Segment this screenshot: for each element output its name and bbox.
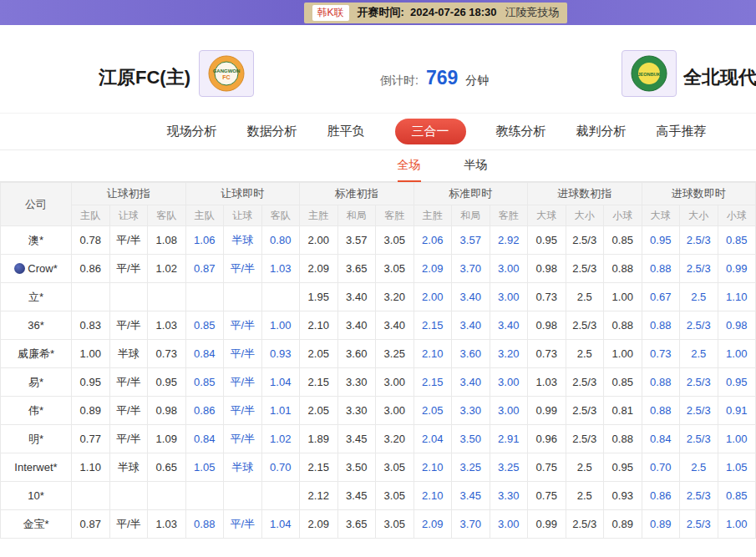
odds-cell: 平/半 [109,255,148,283]
odds-cell: 0.80 [261,226,300,255]
home-team-name: 江原FC(主) [99,65,190,90]
odds-cell: 1.04 [261,368,300,397]
odds-cell: 2.04 [414,425,452,453]
nav-item-0[interactable]: 现场分析 [167,124,217,139]
odds-cell: 半球 [224,226,262,255]
sub-header-2-0: 主胜 [300,205,338,226]
odds-cell: 3.65 [337,255,376,283]
odds-cell: 3.25 [490,453,528,482]
odds-cell: 平/半 [109,226,148,255]
odds-cell: 0.73 [528,283,566,311]
sub-header-1-1: 让球 [224,205,262,226]
group-header-3: 标准即时 [414,183,528,205]
table-row: 澳*0.78平/半1.081.06半球0.802.003.573.052.063… [1,226,756,255]
odds-cell: 3.25 [376,340,414,368]
odds-cell: 2.00 [414,283,452,311]
odds-cell: 0.70 [261,453,300,482]
company-cell[interactable]: 澳* [1,226,72,255]
odds-cell: 0.85 [604,226,642,255]
odds-cell: 0.85 [185,311,224,340]
countdown-label: 倒计时: [380,73,419,89]
company-cell[interactable]: 威廉希* [1,340,72,368]
odds-cell: 2.10 [414,340,452,368]
company-cell[interactable]: 金宝* [1,510,72,539]
odds-cell: 0.85 [604,368,642,397]
odds-cell: 平/半 [109,397,148,425]
odds-cell: 2.5 [566,283,604,311]
odds-cell: 0.87 [185,255,224,283]
odds-cell [261,283,300,311]
nav-item-6[interactable]: 高手推荐 [657,124,707,139]
odds-cell: 0.86 [642,482,680,510]
odds-cell: 3.45 [337,482,376,510]
odds-cell: 0.83 [72,311,110,340]
odds-cell [185,283,224,311]
nav-item-4[interactable]: 教练分析 [496,124,546,139]
odds-cell: 平/半 [224,368,262,397]
odds-cell: 3.70 [452,255,490,283]
odds-cell: 0.73 [642,340,680,368]
odds-cell: 0.75 [528,482,566,510]
odds-cell: 0.88 [185,510,224,539]
odds-cell: 2.09 [300,510,338,539]
odds-cell: 1.89 [300,425,338,453]
odds-cell: 0.75 [528,453,566,482]
table-row: 易*0.95平/半0.950.85平/半1.042.153.303.002.15… [1,368,756,397]
nav-item-3[interactable]: 三合一 [395,119,466,144]
odds-cell: 2.10 [414,482,452,510]
odds-cell: 3.20 [490,340,528,368]
odds-cell: 半球 [109,453,148,482]
odds-cell: 0.81 [604,397,642,425]
company-cell[interactable]: 10* [1,482,72,510]
odds-cell: 2.5/3 [566,510,604,539]
odds-cell: 0.89 [642,510,680,539]
period-tab-1[interactable]: 半场 [464,150,488,182]
company-cell[interactable]: Crow* [1,255,72,283]
sub-header-4-2: 小球 [604,205,642,226]
nav-item-2[interactable]: 胜平负 [327,124,365,139]
odds-cell: 1.00 [604,283,642,311]
company-cell[interactable]: 36* [1,311,72,340]
odds-cell: 平/半 [109,510,148,539]
odds-cell: 3.05 [376,482,414,510]
company-cell[interactable]: 明* [1,425,72,453]
odds-cell: 2.91 [490,425,528,453]
countdown: 倒计时: 769 分钟 [380,67,489,89]
company-cell[interactable]: 立* [1,283,72,311]
odds-cell: 3.30 [452,397,490,425]
group-header-5: 进球数即时 [642,183,756,205]
countdown-unit: 分钟 [465,73,489,89]
table-row: 立*1.953.403.202.003.403.000.732.51.000.6… [1,283,756,311]
odds-cell: 2.5/3 [680,311,718,340]
odds-cell: 3.45 [337,425,376,453]
period-tab-0[interactable]: 全场 [398,150,421,182]
odds-cell: 2.5 [566,340,604,368]
odds-cell: 0.84 [185,425,224,453]
odds-cell [224,283,262,311]
odds-cell: 2.5 [680,453,718,482]
odds-cell: 0.96 [528,425,566,453]
odds-cell: 0.98 [148,397,186,425]
odds-cell: 0.65 [148,453,186,482]
odds-cell: 3.00 [376,397,414,425]
odds-cell: 3.05 [376,453,414,482]
odds-cell: 2.05 [300,340,338,368]
match-info-strip: 韩K联 开赛时间: 2024-07-26 18:30 江陵竞技场 [304,3,568,23]
sub-header-0-0: 主队 [72,205,110,226]
odds-cell: 3.50 [337,453,376,482]
company-cell[interactable]: 易* [1,368,72,397]
odds-cell: 2.09 [300,255,338,283]
sub-header-3-2: 客胜 [490,205,528,226]
odds-cell: 3.00 [490,397,528,425]
nav-item-5[interactable]: 裁判分析 [576,124,627,139]
nav-item-1[interactable]: 数据分析 [247,124,297,139]
odds-cell: 3.05 [376,255,414,283]
odds-cell: 3.30 [337,397,376,425]
odds-cell: 2.05 [300,397,338,425]
odds-cell: 2.10 [300,311,338,340]
sub-header-4-0: 大球 [528,205,566,226]
odds-cell: 2.15 [300,368,338,397]
company-cell[interactable]: 伟* [1,397,72,425]
company-cell[interactable]: Interwet* [1,453,72,482]
group-header-2: 标准初指 [300,183,414,205]
